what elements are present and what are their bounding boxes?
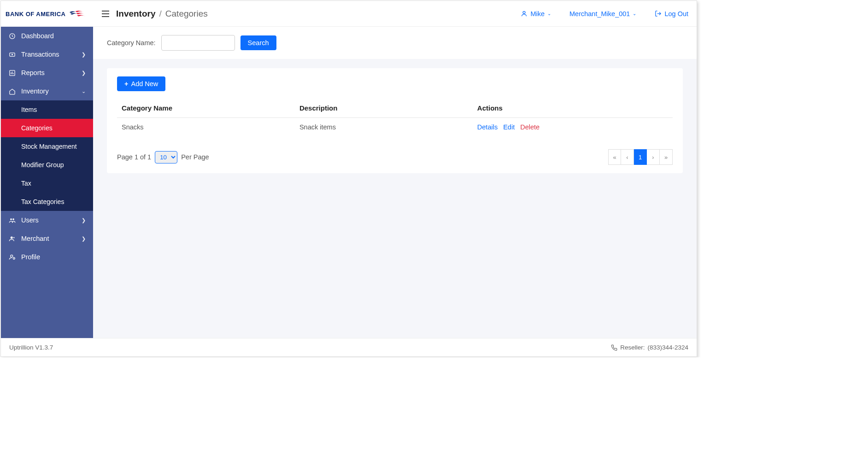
brand-flag-icon <box>69 8 85 20</box>
chevron-down-icon: ⌄ <box>547 11 551 16</box>
svg-point-4 <box>10 218 12 220</box>
merchant-name: Merchant_Mike_001 <box>569 10 630 17</box>
user-gear-icon <box>8 254 16 261</box>
page-1[interactable]: 1 <box>634 149 647 165</box>
nav-label: Reports <box>21 69 76 76</box>
brand-name: BANK OF AMERICA <box>6 11 66 17</box>
nav-label: Merchant <box>21 235 76 242</box>
svg-point-2 <box>11 53 12 55</box>
clock-icon <box>8 33 16 40</box>
add-new-label: Add New <box>131 80 158 87</box>
nav-transactions[interactable]: Transactions ❯ <box>1 45 93 64</box>
page-first[interactable]: « <box>608 149 621 165</box>
reseller-label: Reseller: <box>620 344 645 351</box>
subnav-items[interactable]: Items <box>1 100 93 119</box>
logout-button[interactable]: Log Out <box>655 10 688 17</box>
footer: Uptrillion V1.3.7 Reseller: (833)344-232… <box>1 338 697 356</box>
nav-inventory[interactable]: Inventory ⌄ <box>1 82 93 100</box>
cell-name: Snacks <box>117 118 295 137</box>
cell-actions: Details Edit Delete <box>473 118 673 137</box>
nav-profile[interactable]: Profile <box>1 248 93 266</box>
nav-label: Inventory <box>21 87 76 95</box>
user-plus-icon <box>8 235 16 242</box>
subnav-stock[interactable]: Stock Management <box>1 137 93 156</box>
col-name: Category Name <box>117 99 295 118</box>
chevron-down-icon: ⌄ <box>82 88 86 94</box>
nav-inventory-sub: Items Categories Stock Management Modifi… <box>1 100 93 211</box>
logout-icon <box>655 10 662 17</box>
col-actions: Actions <box>473 99 673 118</box>
breadcrumb-sep: / <box>159 9 162 19</box>
col-desc: Description <box>295 99 473 118</box>
users-icon <box>8 217 16 224</box>
nav-label: Users <box>21 216 76 224</box>
merchant-menu[interactable]: Merchant_Mike_001 ⌄ <box>569 10 636 17</box>
action-edit[interactable]: Edit <box>503 123 515 131</box>
reseller-phone: (833)344-2324 <box>647 344 688 351</box>
chevron-right-icon: ❯ <box>82 70 86 76</box>
svg-point-7 <box>10 255 12 257</box>
main: Inventory / Categories Mike ⌄ Merchant_M… <box>93 1 697 338</box>
nav-label: Profile <box>21 253 86 261</box>
chevron-down-icon: ⌄ <box>633 11 636 16</box>
content-card: + Add New Category Name Description Acti… <box>107 68 683 173</box>
phone-icon <box>611 344 617 351</box>
action-details[interactable]: Details <box>477 123 498 131</box>
chevron-right-icon: ❯ <box>82 236 86 242</box>
header: Inventory / Categories Mike ⌄ Merchant_M… <box>93 1 697 27</box>
page-next[interactable]: › <box>647 149 660 165</box>
search-button[interactable]: Search <box>240 35 276 50</box>
breadcrumb-sub: Categories <box>165 9 208 19</box>
filter-bar: Category Name: Search <box>93 27 697 59</box>
pagination: « ‹ 1 › » <box>608 149 673 165</box>
subnav-tax[interactable]: Tax <box>1 174 93 192</box>
brand-logo: BANK OF AMERICA <box>1 1 93 27</box>
page-info: Page 1 of 1 <box>117 153 151 161</box>
categories-table: Category Name Description Actions Snacks… <box>117 99 673 136</box>
nav-label: Transactions <box>21 51 76 58</box>
nav-users[interactable]: Users ❯ <box>1 211 93 229</box>
filter-label: Category Name: <box>107 39 156 47</box>
breadcrumb: Inventory / Categories <box>116 9 208 19</box>
breadcrumb-main: Inventory <box>116 9 156 19</box>
nav-reports[interactable]: Reports ❯ <box>1 64 93 82</box>
money-icon <box>8 51 16 58</box>
chevron-right-icon: ❯ <box>82 52 86 58</box>
per-page-label: Per Page <box>181 153 209 161</box>
subnav-modifier[interactable]: Modifier Group <box>1 156 93 174</box>
svg-point-6 <box>10 236 12 239</box>
user-menu[interactable]: Mike ⌄ <box>521 10 551 17</box>
sidebar: BANK OF AMERICA Dashboard <box>1 1 93 338</box>
chevron-right-icon: ❯ <box>82 217 86 223</box>
user-icon <box>521 10 528 17</box>
version-text: Uptrillion V1.3.7 <box>9 344 53 351</box>
cell-desc: Snack items <box>295 118 473 137</box>
nav-label: Dashboard <box>21 32 86 40</box>
user-name: Mike <box>530 10 545 17</box>
page-size: Page 1 of 1 10 Per Page <box>117 151 209 163</box>
menu-toggle-icon[interactable] <box>101 11 110 17</box>
nav-merchant[interactable]: Merchant ❯ <box>1 229 93 248</box>
logout-label: Log Out <box>664 10 688 17</box>
page-prev[interactable]: ‹ <box>621 149 634 165</box>
nav-dashboard[interactable]: Dashboard <box>1 27 93 45</box>
action-delete[interactable]: Delete <box>520 123 540 131</box>
nav: Dashboard Transactions ❯ Reports ❯ Inven… <box>1 27 93 266</box>
category-name-input[interactable] <box>161 35 235 51</box>
table-footer: Page 1 of 1 10 Per Page « ‹ 1 › » <box>117 149 673 165</box>
svg-point-5 <box>12 218 14 220</box>
table-row: Snacks Snack items Details Edit Delete <box>117 118 673 137</box>
subnav-taxcat[interactable]: Tax Categories <box>1 192 93 211</box>
home-icon <box>8 88 16 95</box>
svg-point-9 <box>523 12 525 14</box>
add-new-button[interactable]: + Add New <box>117 76 165 91</box>
subnav-categories[interactable]: Categories <box>1 119 93 137</box>
plus-icon: + <box>124 80 128 87</box>
chart-icon <box>8 70 16 76</box>
page-size-select[interactable]: 10 <box>155 151 177 163</box>
page-last[interactable]: » <box>660 149 673 165</box>
